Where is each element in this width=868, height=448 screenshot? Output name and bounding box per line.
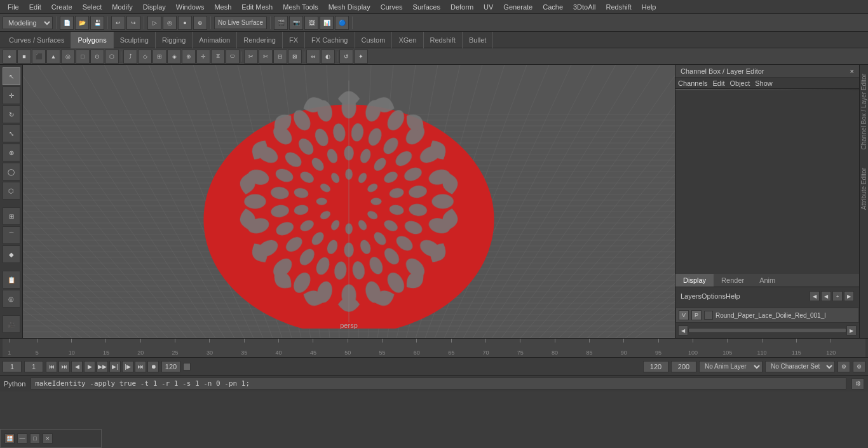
torus-icon[interactable]: ◎ (61, 50, 75, 64)
next-frame-btn[interactable]: ▶| (109, 361, 121, 372)
channel-box-side-tab[interactable]: Channel Box / Layer Editor (859, 71, 868, 153)
sets-icon[interactable]: ◎ (3, 290, 20, 308)
layers-nav-1[interactable]: ◀ (810, 291, 820, 301)
char-set-icon[interactable]: ⚙ (837, 361, 850, 372)
tab-polygons[interactable]: Polygons (71, 32, 113, 48)
go-start-btn[interactable]: ⏮ (46, 361, 57, 372)
layer-scroll-left[interactable]: ◀ (678, 325, 688, 336)
layer-scrollbar[interactable] (688, 328, 846, 333)
menu-mesh-tools[interactable]: Mesh Tools (278, 2, 323, 12)
cut-icon[interactable]: ✂ (244, 50, 258, 64)
lasso-icon[interactable]: ◎ (163, 16, 177, 30)
layers-nav-2[interactable]: ◀ (821, 291, 831, 301)
sculpt-icon[interactable]: ✦ (354, 50, 368, 64)
smooth-icon[interactable]: ⬭ (226, 50, 240, 64)
timeline-ruler[interactable]: 1510152025303540455055606570758085909510… (3, 339, 865, 357)
tab-redshift[interactable]: Redshift (424, 32, 463, 48)
record-btn[interactable]: ⏺ (147, 361, 159, 372)
snap-curve-tool[interactable]: ⌒ (3, 226, 20, 244)
rotate-tool[interactable]: ↻ (3, 105, 20, 123)
extrude-icon[interactable]: ⤴ (123, 50, 137, 64)
layer-p-btn[interactable]: P (691, 310, 702, 320)
paint-icon[interactable]: ● (178, 16, 192, 30)
tab-rigging[interactable]: Rigging (156, 32, 193, 48)
menu-surfaces[interactable]: Surfaces (408, 2, 445, 12)
tab-anim[interactable]: Anim (752, 274, 783, 287)
no-char-set-dropdown[interactable]: No Character Set (765, 361, 835, 372)
end-frame-input[interactable] (161, 361, 180, 372)
target-weld-icon[interactable]: ✛ (196, 50, 210, 64)
next-key-btn[interactable]: |▶ (122, 361, 133, 372)
edit-menu[interactable]: Edit (712, 79, 724, 87)
show-manip-tool[interactable]: ⬡ (3, 182, 20, 200)
platonic-icon[interactable]: ⬡ (105, 50, 119, 64)
status-window-maximize[interactable]: □ (30, 433, 40, 444)
menu-3dtoall[interactable]: 3DtoAll (568, 2, 600, 12)
render-icon[interactable]: 🎬 (274, 16, 288, 30)
show-menu[interactable]: Show (755, 79, 773, 87)
menu-generate[interactable]: Generate (498, 2, 538, 12)
new-file-icon[interactable]: 📄 (60, 16, 74, 30)
bridge-icon[interactable]: ⊞ (153, 50, 166, 64)
layers-new-btn[interactable]: + (832, 291, 843, 301)
select-tool[interactable]: ↖ (3, 67, 20, 85)
layer-scroll-right[interactable]: ▶ (846, 325, 857, 336)
layers-help[interactable]: Help (726, 292, 740, 300)
open-file-icon[interactable]: 📂 (75, 16, 89, 30)
menu-curves[interactable]: Curves (376, 2, 408, 12)
channels-menu[interactable]: Channels (678, 79, 707, 87)
mode-dropdown[interactable]: Modeling Rigging Animation (3, 17, 53, 29)
attribute-editor-side-tab[interactable]: Attribute Editor (859, 165, 868, 212)
plane-icon[interactable]: □ (76, 50, 90, 64)
symmetry-icon[interactable]: ⇔ (306, 50, 320, 64)
start-frame-input[interactable] (3, 361, 22, 372)
history-icon[interactable]: 📋 (3, 271, 20, 288)
status-window-close[interactable]: × (43, 433, 53, 444)
menu-modify[interactable]: Modify (107, 2, 137, 12)
universal-tool[interactable]: ⊕ (3, 144, 20, 161)
cube-icon[interactable]: ■ (17, 50, 31, 64)
status-window-minimize[interactable]: — (17, 433, 27, 444)
menu-uv[interactable]: UV (478, 2, 498, 12)
bevel-icon[interactable]: ◇ (138, 50, 152, 64)
rp-close-btn[interactable]: × (850, 67, 854, 75)
python-settings-icon[interactable]: ⚙ (851, 378, 864, 390)
menu-select[interactable]: Select (78, 2, 107, 12)
python-command-input[interactable] (31, 377, 846, 390)
soft-select-icon[interactable]: ◐ (321, 50, 335, 64)
fps-input[interactable] (671, 361, 696, 372)
layer-v-btn[interactable]: V (679, 310, 689, 320)
snap-point-tool[interactable]: ◆ (3, 245, 20, 263)
fill-hole-icon[interactable]: ◈ (167, 50, 181, 64)
render5-icon[interactable]: 🔵 (335, 16, 349, 30)
live-surface-btn[interactable]: No Live Surface (214, 17, 267, 29)
status-window-icon[interactable]: 🪟 (4, 433, 15, 444)
move-tool[interactable]: ✛ (3, 86, 20, 104)
camera-icon[interactable]: 🎥 (3, 315, 20, 333)
cone-icon[interactable]: ▲ (46, 50, 60, 64)
select-icon[interactable]: ▷ (147, 16, 161, 30)
tab-rendering[interactable]: Rendering (237, 32, 283, 48)
insert-loop-icon[interactable]: ⊟ (273, 50, 287, 64)
object-menu[interactable]: Object (729, 79, 750, 87)
play-fwd-btn[interactable]: ▶▶ (97, 361, 108, 372)
menu-mesh[interactable]: Mesh (209, 2, 236, 12)
menu-file[interactable]: File (3, 2, 24, 12)
menu-windows[interactable]: Windows (171, 2, 210, 12)
menu-mesh-display[interactable]: Mesh Display (323, 2, 376, 12)
soft-select-tool[interactable]: ◯ (3, 163, 20, 180)
current-frame-left-input[interactable] (24, 361, 43, 372)
sphere-icon[interactable]: ● (3, 50, 17, 64)
menu-deform[interactable]: Deform (445, 2, 478, 12)
tab-fx-caching[interactable]: FX Caching (305, 32, 355, 48)
offset-loop-icon[interactable]: ⊠ (288, 50, 302, 64)
cylinder-icon[interactable]: ⬛ (32, 50, 46, 64)
tab-render[interactable]: Render (714, 274, 752, 287)
render3-icon[interactable]: 🖼 (304, 16, 318, 30)
menu-redshift[interactable]: Redshift (600, 2, 636, 12)
scale-tool[interactable]: ⤡ (3, 125, 20, 142)
tab-display[interactable]: Display (675, 274, 714, 287)
tab-fx[interactable]: FX (283, 32, 305, 48)
anim-end-input[interactable] (643, 361, 668, 372)
play-back-btn[interactable]: ▶ (84, 361, 95, 372)
